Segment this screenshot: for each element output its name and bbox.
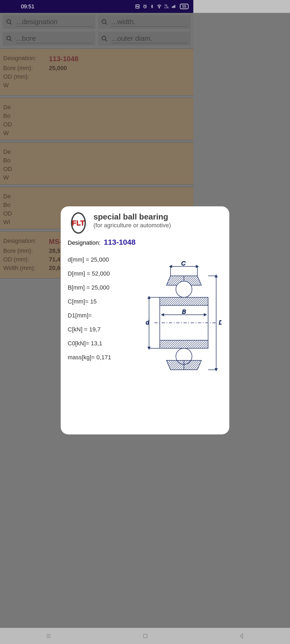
- spec-label: C[kN] =: [68, 326, 88, 333]
- spec-label: C0[kN]=: [68, 340, 89, 347]
- svg-point-2: [159, 8, 159, 8]
- spec-label: D1[mm]=: [68, 312, 92, 319]
- spec-value: 25,000: [92, 284, 110, 291]
- nfc-icon: [135, 4, 140, 9]
- spec-value: 13,1: [91, 340, 102, 347]
- spec-value: 52,000: [92, 270, 110, 277]
- svg-point-14: [176, 281, 192, 297]
- status-time: 09:51: [21, 3, 34, 10]
- modal-designation-value: 113-1048: [104, 238, 135, 246]
- brand-text: FLT: [72, 219, 85, 227]
- spec-label: D[mm] =: [68, 270, 90, 277]
- svg-rect-17: [160, 340, 193, 348]
- svg-rect-3: [172, 6, 173, 8]
- svg-rect-4: [173, 6, 174, 8]
- statusbar: 09:51 VoLTE 55: [0, 0, 193, 13]
- modal-overlay[interactable]: FLT special ball bearing (for agricultur…: [0, 13, 193, 429]
- bluetooth-icon: [150, 4, 154, 9]
- status-icons: VoLTE 55: [135, 4, 189, 9]
- spec-value: 0,171: [96, 354, 111, 361]
- modal-title: special ball bearing: [93, 212, 171, 221]
- diagram-c-label: C: [181, 261, 186, 267]
- modal-subtitle: (for agriculture or automotive): [93, 222, 171, 229]
- signal-icon: [171, 4, 176, 9]
- volte-icon: VoLTE: [165, 4, 169, 9]
- diagram-b-label: B: [182, 308, 186, 315]
- spec-label: mass[kg]=: [68, 354, 95, 361]
- spec-list: d[mm] =25,000 D[mm] =52,000 B[mm] =25,00…: [68, 250, 137, 390]
- spec-value: 25,000: [91, 256, 109, 263]
- alarm-icon: [143, 4, 147, 9]
- spec-label: B[mm] =: [68, 284, 90, 291]
- svg-rect-15: [160, 297, 193, 305]
- spec-label: C[mm]=: [68, 298, 89, 305]
- spec-label: d[mm] =: [68, 256, 89, 263]
- wifi-icon: [157, 4, 162, 9]
- brand-logo: FLT: [68, 212, 89, 234]
- bearing-diagram: C: [140, 250, 193, 390]
- modal-designation-label: Designation:: [68, 239, 100, 246]
- diagram-d-label: d: [146, 319, 149, 326]
- spec-value: 15: [90, 298, 97, 305]
- svg-rect-5: [175, 5, 175, 8]
- spec-value: 19,7: [89, 326, 101, 333]
- detail-modal: FLT special ball bearing (for agricultur…: [61, 206, 193, 429]
- battery-icon: 55: [180, 4, 189, 9]
